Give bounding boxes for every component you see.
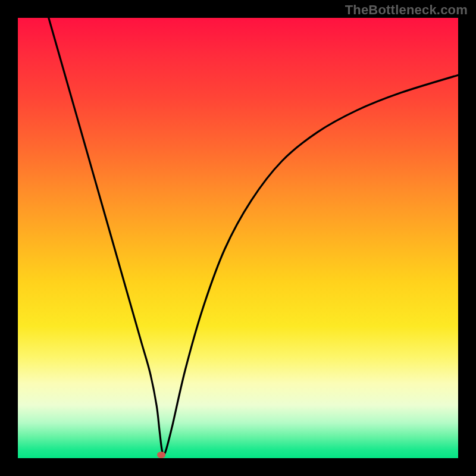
minimum-marker xyxy=(157,452,165,458)
bottleneck-curve-path xyxy=(49,18,458,455)
curve-svg xyxy=(18,18,458,458)
chart-frame: TheBottleneck.com xyxy=(0,0,476,476)
watermark-text: TheBottleneck.com xyxy=(345,2,468,18)
